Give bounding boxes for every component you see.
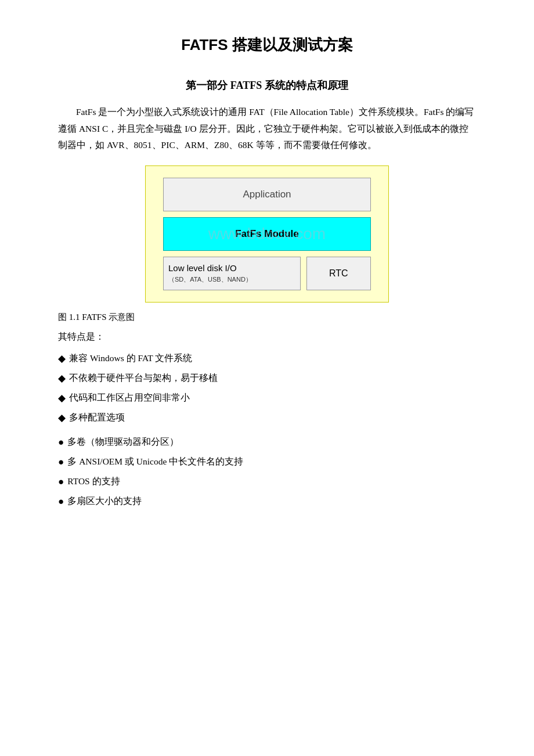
page-title: FATFS 搭建以及测试方案 bbox=[58, 35, 476, 55]
circle-item-1: ● 多卷（物理驱动器和分区） bbox=[58, 433, 476, 452]
figure-caption: 图 1.1 FATFS 示意图 bbox=[58, 312, 476, 323]
diamond-item-1: ◆ 兼容 Windows 的 FAT 文件系统 bbox=[58, 349, 476, 369]
lowlevel-sub-text: （SD、ATA、USB、NAND） bbox=[168, 275, 295, 284]
circle-icon-1: ● bbox=[58, 433, 64, 452]
intro-paragraph: FatFs 是一个为小型嵌入式系统设计的通用 FAT（File Allocati… bbox=[58, 104, 476, 154]
diamond-text-4: 多种配置选项 bbox=[69, 408, 125, 426]
diamond-text-2: 不依赖于硬件平台与架构，易于移植 bbox=[69, 369, 218, 387]
section1-heading: 第一部分 FATFS 系统的特点和原理 bbox=[58, 78, 476, 92]
circle-text-2: 多 ANSI/OEM 或 Unicode 中长文件名的支持 bbox=[67, 452, 243, 470]
features-intro: 其特点是： bbox=[58, 331, 476, 343]
circle-item-3: ● RTOS 的支持 bbox=[58, 472, 476, 492]
diamond-item-3: ◆ 代码和工作区占用空间非常小 bbox=[58, 388, 476, 408]
diamond-bullet-list: ◆ 兼容 Windows 的 FAT 文件系统 ◆ 不依赖于硬件平台与架构，易于… bbox=[58, 349, 476, 428]
diagram-wrapper: Application FatFs Module Low level disk … bbox=[58, 165, 476, 303]
fatfs-diagram: Application FatFs Module Low level disk … bbox=[145, 165, 389, 303]
diamond-icon-4: ◆ bbox=[58, 408, 66, 428]
circle-text-3: RTOS 的支持 bbox=[67, 472, 120, 490]
diamond-text-1: 兼容 Windows 的 FAT 文件系统 bbox=[69, 349, 192, 367]
circle-icon-4: ● bbox=[58, 492, 64, 512]
diamond-icon-3: ◆ bbox=[58, 388, 66, 408]
diagram-bottom-row: Low level disk I/O （SD、ATA、USB、NAND） RTC bbox=[163, 257, 371, 290]
circle-icon-3: ● bbox=[58, 472, 64, 492]
circle-text-4: 多扇区大小的支持 bbox=[67, 492, 142, 510]
circle-icon-2: ● bbox=[58, 452, 64, 472]
circle-item-2: ● 多 ANSI/OEM 或 Unicode 中长文件名的支持 bbox=[58, 452, 476, 472]
diamond-item-4: ◆ 多种配置选项 bbox=[58, 408, 476, 428]
circle-bullet-list: ● 多卷（物理驱动器和分区） ● 多 ANSI/OEM 或 Unicode 中长… bbox=[58, 433, 476, 512]
rtc-box: RTC bbox=[306, 257, 371, 290]
lowlevel-main-text: Low level disk I/O bbox=[168, 263, 295, 273]
circle-text-1: 多卷（物理驱动器和分区） bbox=[67, 433, 179, 451]
circle-item-4: ● 多扇区大小的支持 bbox=[58, 492, 476, 512]
lowlevel-disk-box: Low level disk I/O （SD、ATA、USB、NAND） bbox=[163, 257, 301, 290]
fatfs-module-box: FatFs Module bbox=[163, 217, 371, 251]
diamond-text-3: 代码和工作区占用空间非常小 bbox=[69, 388, 190, 406]
diamond-item-2: ◆ 不依赖于硬件平台与架构，易于移植 bbox=[58, 369, 476, 388]
diamond-icon-1: ◆ bbox=[58, 349, 66, 369]
diamond-icon-2: ◆ bbox=[58, 369, 66, 388]
application-box: Application bbox=[163, 178, 371, 211]
